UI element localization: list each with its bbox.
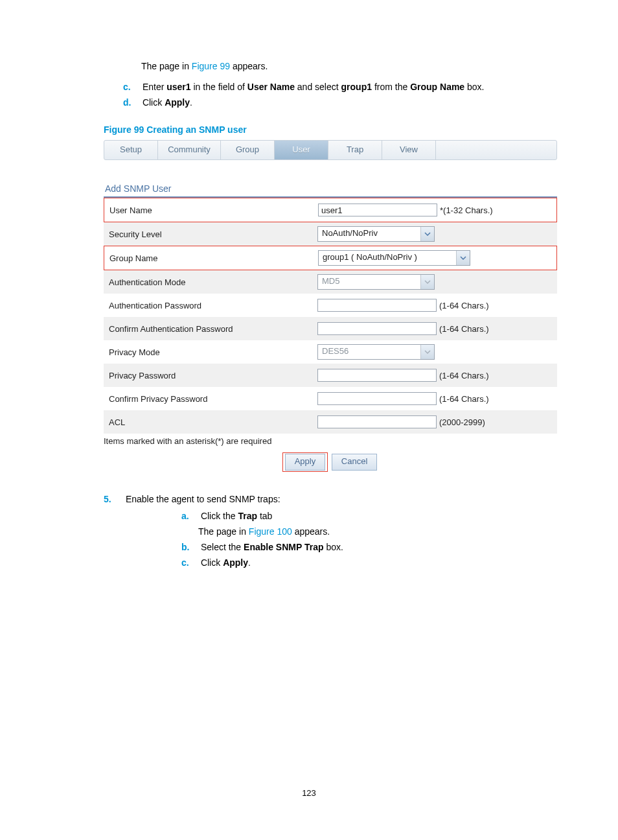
- text: Click the: [201, 511, 238, 521]
- figure-label: Figure 99 Creating an SNMP user: [104, 124, 573, 135]
- page-number: 123: [45, 788, 573, 798]
- text: Group Name: [410, 82, 464, 92]
- text: The page in: [198, 526, 249, 537]
- text: in the field of: [191, 82, 247, 92]
- text: .: [248, 557, 251, 568]
- step-letter: c.: [181, 555, 198, 570]
- text: box.: [324, 542, 343, 552]
- step-number: 5.: [104, 494, 123, 504]
- step-letter: b.: [181, 539, 198, 555]
- chevron-down-icon: [420, 345, 434, 359]
- confirm-auth-password-label: Confirm Authentication Password: [104, 324, 317, 334]
- select-text: NoAuth/NoPriv: [318, 227, 420, 241]
- tab-trap[interactable]: Trap: [328, 141, 382, 159]
- hint: (1-64 Chars.): [439, 371, 489, 380]
- select-text: MD5: [318, 275, 420, 289]
- text: user1: [166, 82, 190, 92]
- auth-password-label: Authentication Password: [104, 301, 317, 310]
- text: appears.: [230, 61, 268, 71]
- tab-bar: Setup Community Group User Trap View: [104, 140, 557, 160]
- hint: (1-64 Chars.): [439, 324, 489, 334]
- text: from the: [372, 82, 410, 92]
- row-auth-password: Authentication Password (1-64 Chars.): [104, 294, 557, 317]
- hint: (1-64 Chars.): [439, 301, 489, 310]
- confirm-privacy-password-input[interactable]: [317, 392, 437, 405]
- row-auth-mode: Authentication Mode MD5: [104, 270, 557, 294]
- section-title: Add SNMP User: [104, 183, 557, 198]
- acl-label: ACL: [104, 417, 317, 427]
- highlight-groupname: Group Name group1 ( NoAuth/NoPriv ): [104, 246, 557, 270]
- text: group1: [341, 82, 372, 92]
- row-confirm-privacy-password: Confirm Privacy Password (1-64 Chars.): [104, 387, 557, 410]
- text: Apply: [165, 97, 190, 108]
- step-5-sub: a. Click the Trap tab The page in Figure…: [104, 508, 573, 570]
- auth-mode-select: MD5: [317, 274, 435, 290]
- tab-setup[interactable]: Setup: [104, 141, 158, 159]
- step-letter: d.: [123, 95, 140, 110]
- auth-password-input[interactable]: [317, 299, 437, 312]
- chevron-down-icon: [420, 227, 434, 241]
- figure-99-link[interactable]: Figure 99: [192, 61, 230, 71]
- auth-mode-label: Authentication Mode: [104, 277, 317, 287]
- text: Select the: [201, 542, 244, 552]
- apply-button[interactable]: Apply: [285, 454, 326, 471]
- text: Trap: [238, 511, 257, 521]
- text: Apply: [223, 557, 248, 568]
- privacy-password-input[interactable]: [317, 369, 437, 382]
- security-level-label: Security Level: [104, 229, 317, 239]
- row-acl: ACL (2000-2999): [104, 410, 557, 434]
- apply-highlight: Apply: [282, 452, 328, 472]
- highlight-username-group: User Name *(1-32 Chars.): [104, 198, 557, 222]
- user-name-input[interactable]: [318, 204, 437, 216]
- hint: (2000-2999): [439, 417, 485, 427]
- tab-group[interactable]: Group: [221, 141, 275, 159]
- text: Click: [201, 557, 223, 568]
- step-5: 5. Enable the agent to send SNMP traps: …: [45, 494, 573, 570]
- privacy-password-label: Privacy Password: [104, 371, 317, 380]
- acl-input[interactable]: [317, 415, 437, 428]
- tab-community[interactable]: Community: [158, 141, 221, 159]
- text: User Name: [247, 82, 295, 92]
- text: tab: [257, 511, 272, 521]
- steps-cd: c. Enter user1 in the field of User Name…: [45, 79, 573, 110]
- figure-100-link[interactable]: Figure 100: [249, 526, 292, 537]
- text: box.: [464, 82, 484, 92]
- text: Enter: [143, 82, 166, 92]
- security-level-select[interactable]: NoAuth/NoPriv: [317, 226, 435, 242]
- text: Enable the agent to send SNMP traps:: [126, 494, 280, 504]
- select-text: DES56: [318, 345, 420, 359]
- intro-line: The page in Figure 99 appears.: [45, 58, 573, 74]
- row-privacy-password: Privacy Password (1-64 Chars.): [104, 364, 557, 387]
- row-confirm-auth-password: Confirm Authentication Password (1-64 Ch…: [104, 317, 557, 340]
- group-name-select[interactable]: group1 ( NoAuth/NoPriv ): [318, 250, 470, 266]
- text: The page in: [141, 61, 192, 71]
- step-letter: a.: [181, 508, 198, 524]
- cancel-button[interactable]: Cancel: [332, 454, 377, 471]
- step-letter: c.: [123, 79, 140, 95]
- tab-spacer: [436, 141, 556, 159]
- chevron-down-icon: [420, 275, 434, 289]
- privacy-mode-label: Privacy Mode: [104, 347, 317, 357]
- text: appears.: [292, 526, 330, 537]
- chevron-down-icon: [456, 251, 470, 265]
- row-security-level: Security Level NoAuth/NoPriv: [104, 222, 557, 246]
- privacy-mode-select: DES56: [317, 344, 435, 360]
- text: and select: [295, 82, 341, 92]
- button-row: Apply Cancel: [104, 452, 557, 472]
- tab-user[interactable]: User: [275, 141, 328, 159]
- user-name-label: User Name: [104, 205, 318, 215]
- group-name-label: Group Name: [104, 253, 318, 263]
- confirm-privacy-password-label: Confirm Privacy Password: [104, 394, 317, 404]
- confirm-auth-password-input[interactable]: [317, 322, 437, 335]
- hint: (1-64 Chars.): [439, 394, 489, 404]
- tab-view[interactable]: View: [382, 141, 436, 159]
- text: Enable SNMP Trap: [244, 542, 323, 552]
- user-name-hint: *(1-32 Chars.): [440, 205, 493, 215]
- snmp-user-screenshot: Setup Community Group User Trap View Add…: [104, 140, 557, 472]
- required-note: Items marked with an asterisk(*) are req…: [104, 436, 557, 446]
- text: Click: [143, 97, 165, 108]
- text: .: [190, 97, 192, 108]
- row-privacy-mode: Privacy Mode DES56: [104, 340, 557, 364]
- select-text: group1 ( NoAuth/NoPriv ): [319, 251, 456, 265]
